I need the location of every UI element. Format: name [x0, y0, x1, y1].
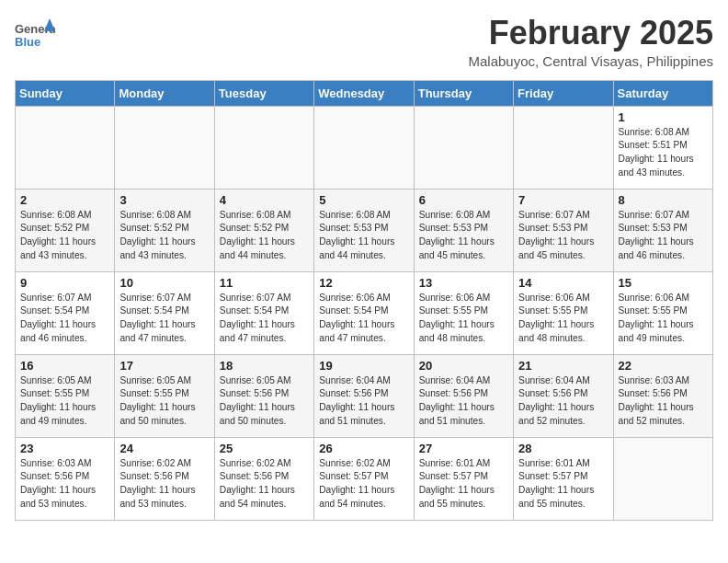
calendar-cell: 1Sunrise: 6:08 AM Sunset: 5:51 PM Daylig… — [613, 106, 712, 189]
calendar-cell: 9Sunrise: 6:07 AM Sunset: 5:54 PM Daylig… — [16, 271, 115, 354]
calendar-cell: 13Sunrise: 6:06 AM Sunset: 5:55 PM Dayli… — [414, 271, 513, 354]
day-number: 20 — [419, 359, 508, 373]
calendar-cell: 11Sunrise: 6:07 AM Sunset: 5:54 PM Dayli… — [214, 271, 313, 354]
calendar-cell: 12Sunrise: 6:06 AM Sunset: 5:54 PM Dayli… — [314, 271, 414, 354]
day-info: Sunrise: 6:08 AM Sunset: 5:52 PM Dayligh… — [220, 209, 309, 263]
weekday-header-saturday: Saturday — [613, 80, 712, 106]
day-info: Sunrise: 6:07 AM Sunset: 5:54 PM Dayligh… — [20, 292, 109, 346]
day-info: Sunrise: 6:02 AM Sunset: 5:56 PM Dayligh… — [220, 457, 309, 511]
day-number: 11 — [220, 276, 309, 290]
calendar-cell: 16Sunrise: 6:05 AM Sunset: 5:55 PM Dayli… — [16, 354, 115, 437]
calendar-cell — [115, 106, 214, 189]
day-info: Sunrise: 6:02 AM Sunset: 5:57 PM Dayligh… — [319, 457, 408, 511]
calendar-cell — [613, 437, 712, 520]
calendar-cell — [414, 106, 513, 189]
title-block: February 2025 Malabuyoc, Central Visayas… — [468, 15, 713, 69]
calendar-header-row: SundayMondayTuesdayWednesdayThursdayFrid… — [16, 80, 713, 106]
weekday-header-wednesday: Wednesday — [314, 80, 414, 106]
day-number: 9 — [20, 276, 109, 290]
day-info: Sunrise: 6:08 AM Sunset: 5:52 PM Dayligh… — [20, 209, 109, 263]
calendar-cell: 26Sunrise: 6:02 AM Sunset: 5:57 PM Dayli… — [314, 437, 414, 520]
day-info: Sunrise: 6:04 AM Sunset: 5:56 PM Dayligh… — [319, 374, 408, 429]
day-number: 18 — [220, 359, 309, 373]
calendar-cell: 22Sunrise: 6:03 AM Sunset: 5:56 PM Dayli… — [613, 354, 712, 437]
day-info: Sunrise: 6:04 AM Sunset: 5:56 PM Dayligh… — [419, 374, 508, 429]
calendar-table: SundayMondayTuesdayWednesdayThursdayFrid… — [15, 80, 713, 521]
calendar-cell: 2Sunrise: 6:08 AM Sunset: 5:52 PM Daylig… — [16, 189, 115, 271]
day-number: 21 — [518, 359, 608, 373]
day-info: Sunrise: 6:05 AM Sunset: 5:56 PM Dayligh… — [220, 374, 309, 429]
day-info: Sunrise: 6:05 AM Sunset: 5:55 PM Dayligh… — [119, 374, 209, 429]
day-number: 14 — [518, 276, 608, 290]
day-info: Sunrise: 6:07 AM Sunset: 5:54 PM Dayligh… — [220, 292, 309, 346]
calendar-cell: 3Sunrise: 6:08 AM Sunset: 5:52 PM Daylig… — [115, 189, 214, 271]
svg-text:Blue: Blue — [15, 35, 40, 49]
day-info: Sunrise: 6:05 AM Sunset: 5:55 PM Dayligh… — [20, 374, 109, 429]
day-info: Sunrise: 6:03 AM Sunset: 5:56 PM Dayligh… — [20, 457, 109, 511]
calendar-cell: 10Sunrise: 6:07 AM Sunset: 5:54 PM Dayli… — [115, 271, 214, 354]
day-number: 12 — [319, 276, 408, 290]
logo-icon: General Blue — [15, 15, 55, 55]
calendar-cell: 5Sunrise: 6:08 AM Sunset: 5:53 PM Daylig… — [314, 189, 414, 271]
day-number: 6 — [419, 193, 508, 207]
day-number: 19 — [319, 359, 408, 373]
calendar-cell: 28Sunrise: 6:01 AM Sunset: 5:57 PM Dayli… — [514, 437, 613, 520]
day-number: 23 — [20, 442, 109, 455]
calendar-cell: 15Sunrise: 6:06 AM Sunset: 5:55 PM Dayli… — [613, 271, 712, 354]
day-number: 28 — [518, 442, 608, 455]
calendar-cell: 27Sunrise: 6:01 AM Sunset: 5:57 PM Dayli… — [414, 437, 513, 520]
calendar-cell: 6Sunrise: 6:08 AM Sunset: 5:53 PM Daylig… — [414, 189, 513, 271]
day-info: Sunrise: 6:01 AM Sunset: 5:57 PM Dayligh… — [518, 457, 608, 511]
calendar-cell: 8Sunrise: 6:07 AM Sunset: 5:53 PM Daylig… — [613, 189, 712, 271]
day-number: 24 — [119, 442, 209, 455]
calendar-cell: 4Sunrise: 6:08 AM Sunset: 5:52 PM Daylig… — [214, 189, 313, 271]
day-info: Sunrise: 6:07 AM Sunset: 5:54 PM Dayligh… — [119, 292, 209, 346]
day-number: 1 — [619, 110, 708, 124]
calendar-cell — [514, 106, 613, 189]
day-info: Sunrise: 6:01 AM Sunset: 5:57 PM Dayligh… — [419, 457, 508, 511]
day-number: 8 — [619, 193, 708, 207]
calendar-cell: 21Sunrise: 6:04 AM Sunset: 5:56 PM Dayli… — [514, 354, 613, 437]
calendar-cell — [214, 106, 313, 189]
calendar-week-1: 1Sunrise: 6:08 AM Sunset: 5:51 PM Daylig… — [16, 106, 713, 189]
calendar-cell: 14Sunrise: 6:06 AM Sunset: 5:55 PM Dayli… — [514, 271, 613, 354]
day-number: 17 — [119, 359, 209, 373]
day-info: Sunrise: 6:02 AM Sunset: 5:56 PM Dayligh… — [119, 457, 209, 511]
day-info: Sunrise: 6:08 AM Sunset: 5:51 PM Dayligh… — [619, 126, 708, 180]
day-info: Sunrise: 6:03 AM Sunset: 5:56 PM Dayligh… — [619, 374, 708, 429]
day-info: Sunrise: 6:07 AM Sunset: 5:53 PM Dayligh… — [619, 209, 708, 263]
day-info: Sunrise: 6:06 AM Sunset: 5:55 PM Dayligh… — [419, 292, 508, 346]
calendar-week-3: 9Sunrise: 6:07 AM Sunset: 5:54 PM Daylig… — [16, 271, 713, 354]
month-year: February 2025 — [468, 15, 713, 52]
day-number: 22 — [619, 359, 708, 373]
weekday-header-thursday: Thursday — [414, 80, 513, 106]
weekday-header-tuesday: Tuesday — [214, 80, 313, 106]
calendar-cell: 25Sunrise: 6:02 AM Sunset: 5:56 PM Dayli… — [214, 437, 313, 520]
calendar-week-5: 23Sunrise: 6:03 AM Sunset: 5:56 PM Dayli… — [16, 437, 713, 520]
day-info: Sunrise: 6:08 AM Sunset: 5:53 PM Dayligh… — [319, 209, 408, 263]
day-number: 25 — [220, 442, 309, 455]
calendar-cell — [16, 106, 115, 189]
day-info: Sunrise: 6:06 AM Sunset: 5:54 PM Dayligh… — [319, 292, 408, 346]
day-number: 15 — [619, 276, 708, 290]
day-number: 2 — [20, 193, 109, 207]
calendar-week-4: 16Sunrise: 6:05 AM Sunset: 5:55 PM Dayli… — [16, 354, 713, 437]
day-number: 10 — [119, 276, 209, 290]
day-number: 26 — [319, 442, 408, 455]
page-header: General Blue February 2025 Malabuyoc, Ce… — [15, 15, 713, 69]
calendar-body: 1Sunrise: 6:08 AM Sunset: 5:51 PM Daylig… — [16, 106, 713, 520]
calendar-cell: 7Sunrise: 6:07 AM Sunset: 5:53 PM Daylig… — [514, 189, 613, 271]
day-info: Sunrise: 6:08 AM Sunset: 5:53 PM Dayligh… — [419, 209, 508, 263]
location: Malabuyoc, Central Visayas, Philippines — [468, 53, 713, 69]
day-number: 5 — [319, 193, 408, 207]
day-number: 3 — [119, 193, 209, 207]
weekday-header-friday: Friday — [514, 80, 613, 106]
day-info: Sunrise: 6:07 AM Sunset: 5:53 PM Dayligh… — [518, 209, 608, 263]
logo: General Blue — [15, 15, 57, 55]
calendar-cell: 24Sunrise: 6:02 AM Sunset: 5:56 PM Dayli… — [115, 437, 214, 520]
calendar-cell: 18Sunrise: 6:05 AM Sunset: 5:56 PM Dayli… — [214, 354, 313, 437]
calendar-cell: 23Sunrise: 6:03 AM Sunset: 5:56 PM Dayli… — [16, 437, 115, 520]
day-number: 16 — [20, 359, 109, 373]
day-number: 7 — [518, 193, 608, 207]
day-info: Sunrise: 6:08 AM Sunset: 5:52 PM Dayligh… — [119, 209, 209, 263]
